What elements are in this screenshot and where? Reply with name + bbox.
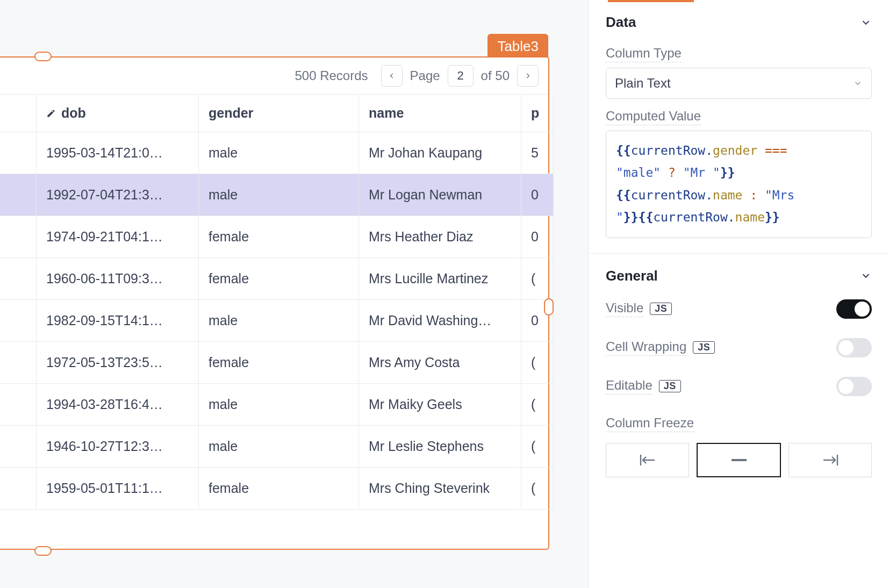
cell-dob[interactable]: 1959-05-01T11:1…	[37, 468, 199, 510]
cell-name[interactable]: Mrs Ching Steverink	[359, 468, 521, 510]
cell-dob[interactable]: 1992-07-04T21:3…	[37, 174, 199, 216]
records-count: 500 Records	[295, 68, 368, 83]
chevron-down-icon	[853, 78, 863, 88]
cell-name[interactable]: Mr Leslie Stephens	[359, 426, 521, 468]
column-type-select[interactable]: Plain Text	[606, 68, 872, 99]
column-header-label: dob	[61, 105, 86, 121]
cell-name[interactable]: Mr Maiky Geels	[359, 384, 521, 426]
js-badge[interactable]: JS	[659, 380, 681, 392]
page-of-label: of 50	[481, 68, 510, 83]
column-header-label: gender	[209, 105, 253, 121]
prop-editable: Editable JS	[606, 367, 872, 406]
column-type-value: Plain Text	[615, 76, 671, 91]
computed-value-editor[interactable]: {{currentRow.gender === "male" ? "Mr "}}…	[606, 131, 872, 238]
cell-gender[interactable]: female	[199, 258, 359, 300]
table-widget[interactable]: 500 Records Page of 50 dobgendernamep199…	[0, 56, 549, 550]
cell-dob[interactable]: 1972-05-13T23:5…	[37, 342, 199, 384]
next-page-button[interactable]	[517, 65, 539, 87]
cell-gender[interactable]: male	[199, 384, 359, 426]
cell-gender[interactable]: male	[199, 300, 359, 342]
column-header-name[interactable]: name	[359, 95, 521, 132]
section-general-header[interactable]: General	[606, 254, 872, 290]
cell-dob[interactable]: 1982-09-15T14:1…	[37, 300, 199, 342]
computed-value-label: Computed Value	[606, 109, 701, 125]
cell-name[interactable]: Mrs Lucille Martinez	[359, 258, 521, 300]
row-lead[interactable]	[0, 426, 37, 468]
column-header-p[interactable]: p	[521, 95, 554, 132]
column-freeze-label: Column Freeze	[606, 415, 694, 432]
cell-gender[interactable]: female	[199, 468, 359, 510]
row-lead[interactable]	[0, 258, 37, 300]
cell-dob[interactable]: 1994-03-28T16:4…	[37, 384, 199, 426]
visible-label: Visible	[606, 300, 643, 317]
cell-gender[interactable]: female	[199, 342, 359, 384]
js-badge[interactable]: JS	[693, 341, 715, 354]
table-grid: dobgendernamep1995-03-14T21:0…maleMr Joh…	[0, 95, 548, 510]
builder-canvas: Table3 500 Records Page of 50 dobgendern…	[0, 0, 586, 588]
cell-gender[interactable]: female	[199, 216, 359, 258]
cell-p[interactable]: (	[521, 426, 554, 468]
cell-p[interactable]: (	[521, 468, 554, 510]
row-lead[interactable]	[0, 468, 37, 510]
section-data-header[interactable]: Data	[606, 0, 872, 36]
cell-wrapping-toggle[interactable]	[836, 338, 872, 357]
cell-name[interactable]: Mr Johan Kaupang	[359, 132, 521, 174]
property-panel: Data Column Type Plain Text Computed Val…	[588, 0, 889, 588]
widget-tag[interactable]: Table3	[487, 34, 548, 59]
resize-handle-right[interactable]	[544, 298, 554, 315]
cell-gender[interactable]: male	[199, 426, 359, 468]
column-header-gender[interactable]: gender	[199, 95, 359, 132]
visible-toggle[interactable]	[836, 299, 872, 319]
editable-toggle[interactable]	[836, 377, 872, 396]
freeze-right-button[interactable]	[788, 443, 872, 477]
row-lead[interactable]	[0, 174, 37, 216]
active-tab-indicator	[589, 0, 889, 3]
minus-icon	[732, 459, 747, 461]
cell-name[interactable]: Mr David Washing…	[359, 300, 521, 342]
section-general-title: General	[606, 268, 658, 284]
cell-p[interactable]: 0	[521, 174, 554, 216]
cell-gender[interactable]: male	[199, 174, 359, 216]
cell-dob[interactable]: 1995-03-14T21:0…	[37, 132, 199, 174]
chevron-down-icon	[860, 17, 872, 28]
row-lead[interactable]	[0, 342, 37, 384]
row-lead[interactable]	[0, 300, 37, 342]
table-pager: 500 Records Page of 50	[0, 58, 548, 95]
column-freeze-group	[606, 443, 872, 477]
js-badge[interactable]: JS	[650, 303, 672, 315]
cell-name[interactable]: Mr Logan Newman	[359, 174, 521, 216]
column-header-dob[interactable]: dob	[37, 95, 199, 132]
row-lead[interactable]	[0, 384, 37, 426]
prop-cell-wrapping: Cell Wrapping JS	[606, 328, 872, 367]
pencil-icon	[46, 109, 56, 118]
prev-page-button[interactable]	[381, 65, 403, 87]
row-lead[interactable]	[0, 132, 37, 174]
cell-wrapping-label: Cell Wrapping	[606, 339, 686, 356]
cell-name[interactable]: Mrs Amy Costa	[359, 342, 521, 384]
row-header-blank	[0, 95, 37, 132]
cell-dob[interactable]: 1960-06-11T09:3…	[37, 258, 199, 300]
cell-p[interactable]: (	[521, 342, 554, 384]
row-lead[interactable]	[0, 216, 37, 258]
cell-p[interactable]: 0	[521, 216, 554, 258]
page-label: Page	[410, 68, 440, 83]
cell-p[interactable]: (	[521, 258, 554, 300]
freeze-none-button[interactable]	[697, 443, 781, 477]
section-data-title: Data	[606, 14, 636, 31]
cell-name[interactable]: Mrs Heather Diaz	[359, 216, 521, 258]
editable-label: Editable	[606, 378, 653, 395]
cell-gender[interactable]: male	[199, 132, 359, 174]
chevron-down-icon	[860, 270, 872, 282]
cell-dob[interactable]: 1946-10-27T12:3…	[37, 426, 199, 468]
column-type-label: Column Type	[606, 46, 682, 62]
cell-p[interactable]: 5	[521, 132, 554, 174]
page-input[interactable]	[448, 65, 474, 87]
cell-p[interactable]: (	[521, 384, 554, 426]
resize-handle-top[interactable]	[34, 52, 52, 61]
resize-handle-bottom[interactable]	[34, 546, 52, 556]
cell-dob[interactable]: 1974-09-21T04:1…	[37, 216, 199, 258]
column-header-label: p	[531, 105, 539, 121]
column-header-label: name	[369, 105, 404, 121]
prop-visible: Visible JS	[606, 290, 872, 328]
freeze-left-button[interactable]	[606, 443, 689, 477]
